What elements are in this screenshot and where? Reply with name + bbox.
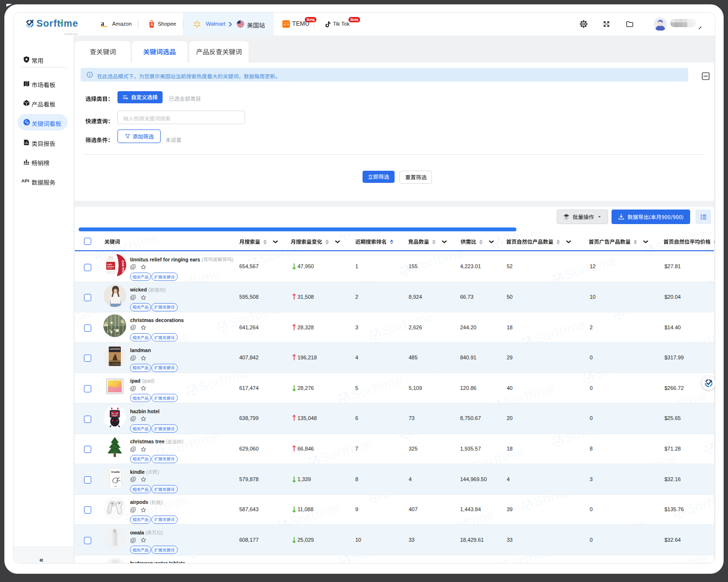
svg-text:TAYLOR SHERIDAN: TAYLOR SHERIDAN <box>108 363 122 365</box>
svg-text:Kindle: Kindle <box>111 470 120 473</box>
svg-text:LANDMAN: LANDMAN <box>110 348 120 350</box>
svg-text:Sort & More & Free: Sort & More & Free <box>65 33 78 35</box>
svg-text:S: S <box>150 23 153 27</box>
svg-text:LIPO: LIPO <box>107 263 113 266</box>
